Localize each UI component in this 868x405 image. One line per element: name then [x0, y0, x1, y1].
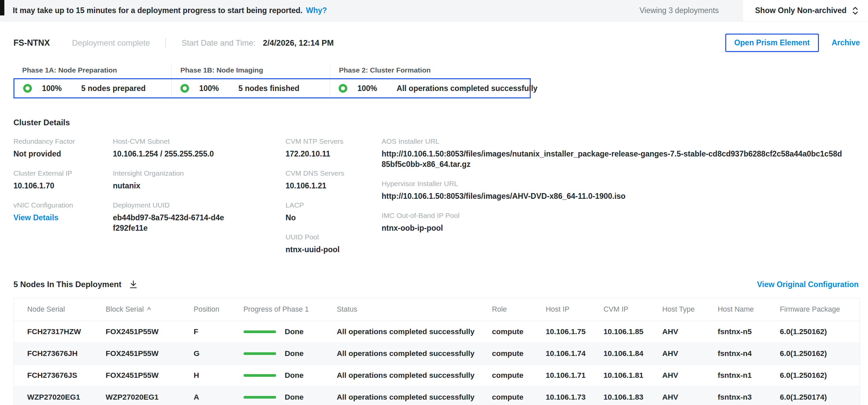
- uuid-pool-field: UUID Pool ntnx-uuid-pool: [285, 233, 381, 255]
- header-block-serial[interactable]: Block Serial^: [98, 298, 186, 321]
- cell-host-type: AHV: [654, 321, 710, 343]
- field-label: IMC Out-of-Band IP Pool: [381, 212, 846, 220]
- phase-1b-status: 100% 5 nodes finished: [171, 79, 330, 97]
- cell-progress: Done: [236, 321, 329, 343]
- open-prism-element-button[interactable]: Open Prism Element: [725, 34, 819, 52]
- cell-host-ip: 10.106.1.75: [538, 321, 596, 343]
- start-date-label: Start Date and Time:: [181, 38, 255, 48]
- header-role[interactable]: Role: [484, 298, 538, 321]
- field-label: LACP: [285, 201, 381, 209]
- cell-host-type: AHV: [654, 365, 710, 386]
- sort-ascending-icon: ^: [147, 306, 151, 313]
- cell-firmware: 6.0(1.250162): [772, 321, 860, 343]
- field-label: Redundancy Factor: [13, 137, 113, 146]
- cluster-external-ip-field: Cluster External IP 10.106.1.70: [13, 169, 113, 191]
- phase-labels-row: Phase 1A: Node Preparation Phase 1B: Nod…: [13, 65, 531, 78]
- cell-node-serial: WZP27020EG1: [14, 386, 98, 405]
- view-details-link[interactable]: View Details: [13, 213, 113, 223]
- cell-node-serial: FCH273676JH: [14, 343, 98, 365]
- cell-host-ip: 10.106.1.73: [538, 386, 596, 405]
- details-column-2: Host-CVM Subnet 10.106.1.254 / 255.255.2…: [113, 137, 285, 265]
- field-value: Not provided: [13, 149, 113, 159]
- cell-host-name: fsntnx-n5: [710, 321, 772, 343]
- summary-actions: Open Prism Element Archive: [725, 34, 860, 52]
- progress-label: Done: [285, 393, 304, 402]
- vnic-configuration-field: vNIC Configuration View Details: [13, 201, 113, 223]
- table-row[interactable]: FCH273676JS FOX2451P55W H Done All opera…: [14, 365, 860, 386]
- header-node-serial[interactable]: Node Serial: [14, 298, 98, 321]
- cell-host-name: fsntnx-n1: [710, 365, 772, 386]
- nodes-table: Node Serial Block Serial^ Position Progr…: [13, 298, 860, 405]
- viewing-deployments-count: Viewing 3 deployments: [640, 6, 719, 15]
- phase-1b-label: Phase 1B: Node Imaging: [171, 65, 330, 78]
- archive-link[interactable]: Archive: [832, 38, 860, 48]
- cell-position: A: [186, 386, 236, 405]
- phase-status-box-selected[interactable]: 100% 5 nodes prepared 100% 5 nodes finis…: [13, 78, 531, 98]
- download-icon[interactable]: [129, 280, 138, 289]
- phase-2-result: All operations completed successfully: [397, 84, 537, 93]
- success-circle-icon: [23, 84, 32, 93]
- nodes-header: 5 Nodes In This Deployment View Original…: [13, 280, 860, 289]
- field-value: 10.106.1.21: [285, 181, 381, 191]
- view-original-configuration-link[interactable]: View Original Configuration: [757, 280, 859, 289]
- phases-section: Phase 1A: Node Preparation Phase 1B: Nod…: [13, 65, 531, 98]
- cell-status: All operations completed successfully: [329, 365, 484, 386]
- details-column-4: AOS Installer URL http://10.106.1.50:805…: [381, 137, 860, 265]
- progress-label: Done: [285, 328, 304, 336]
- why-link[interactable]: Why?: [306, 6, 327, 15]
- cell-host-type: AHV: [654, 343, 710, 365]
- phase-1a-status: 100% 5 nodes prepared: [14, 79, 171, 97]
- cell-node-serial: FCH273676JS: [14, 365, 98, 386]
- host-cvm-subnet-field: Host-CVM Subnet 10.106.1.254 / 255.255.2…: [113, 137, 285, 159]
- nodes-title: 5 Nodes In This Deployment: [13, 280, 121, 289]
- details-column-3: CVM NTP Servers 172.20.10.11 CVM DNS Ser…: [285, 137, 381, 265]
- cell-firmware: 6.0(1.250162): [772, 343, 860, 365]
- field-label: Deployment UUID: [113, 201, 285, 209]
- top-bar-right: Viewing 3 deployments Show Only Non-arch…: [640, 0, 868, 21]
- table-row[interactable]: FCH27317HZW FOX2451P55W F Done All opera…: [14, 321, 860, 343]
- cell-host-name: fsntnx-n4: [710, 343, 772, 365]
- header-status[interactable]: Status: [329, 298, 484, 321]
- deployment-progress-screen: It may take up to 15 minutes for a deplo…: [0, 0, 868, 405]
- progress-label: Done: [285, 371, 304, 380]
- field-value: 10.106.1.254 / 255.255.255.0: [113, 149, 285, 159]
- header-host-name[interactable]: Host Name: [710, 298, 772, 321]
- cell-cvm-ip: 10.106.1.85: [596, 321, 654, 343]
- phase-2-status: 100% All operations completed successful…: [330, 79, 530, 97]
- phase-1a-percent: 100%: [42, 84, 62, 93]
- table-row[interactable]: FCH273676JH FOX2451P55W G Done All opera…: [14, 343, 860, 365]
- header-firmware-package[interactable]: Firmware Package: [772, 298, 860, 321]
- nodes-section: 5 Nodes In This Deployment View Original…: [13, 280, 860, 405]
- table-header-row: Node Serial Block Serial^ Position Progr…: [14, 298, 860, 321]
- cell-position: H: [186, 365, 236, 386]
- cluster-details-grid: Redundancy Factor Not provided Cluster E…: [13, 137, 860, 265]
- cell-role: compute: [484, 386, 538, 405]
- progress-bar: [244, 352, 276, 355]
- deployment-card: FS-NTNX Deployment complete Start Date a…: [0, 34, 868, 405]
- cell-block-serial: FOX2451P55W: [98, 365, 186, 386]
- field-label: Cluster External IP: [13, 169, 113, 177]
- header-cvm-ip[interactable]: CVM IP: [596, 298, 654, 321]
- field-label: CVM DNS Servers: [285, 169, 381, 177]
- field-value: ntnx-uuid-pool: [285, 245, 381, 255]
- cell-cvm-ip: 10.106.1.84: [596, 343, 654, 365]
- cell-role: compute: [484, 365, 538, 386]
- deployment-status: Deployment complete: [72, 38, 150, 48]
- header-progress-phase-1[interactable]: Progress of Phase 1: [236, 298, 329, 321]
- progress-bar: [244, 331, 276, 333]
- progress-label: Done: [285, 349, 304, 358]
- header-position[interactable]: Position: [186, 298, 236, 321]
- cluster-details-section: Cluster Details Redundancy Factor Not pr…: [13, 118, 860, 265]
- cell-block-serial: FOX2451P55W: [98, 321, 186, 343]
- window-edge: [0, 0, 4, 15]
- cell-role: compute: [484, 343, 538, 365]
- table-row[interactable]: WZP27020EG1 WZP27020EG1 A Done All opera…: [14, 386, 860, 405]
- header-host-type[interactable]: Host Type: [654, 298, 710, 321]
- start-date-value: 2/4/2026, 12:14 PM: [263, 38, 334, 48]
- archived-filter-toggle[interactable]: Show Only Non-archived: [743, 0, 868, 21]
- updown-chevrons-icon: [852, 6, 859, 16]
- header-host-ip[interactable]: Host IP: [538, 298, 596, 321]
- deployment-uuid-field: Deployment UUID eb44bd97-8a75-423d-6714-…: [113, 201, 285, 233]
- cell-progress: Done: [236, 343, 329, 365]
- field-label: Host-CVM Subnet: [113, 137, 285, 146]
